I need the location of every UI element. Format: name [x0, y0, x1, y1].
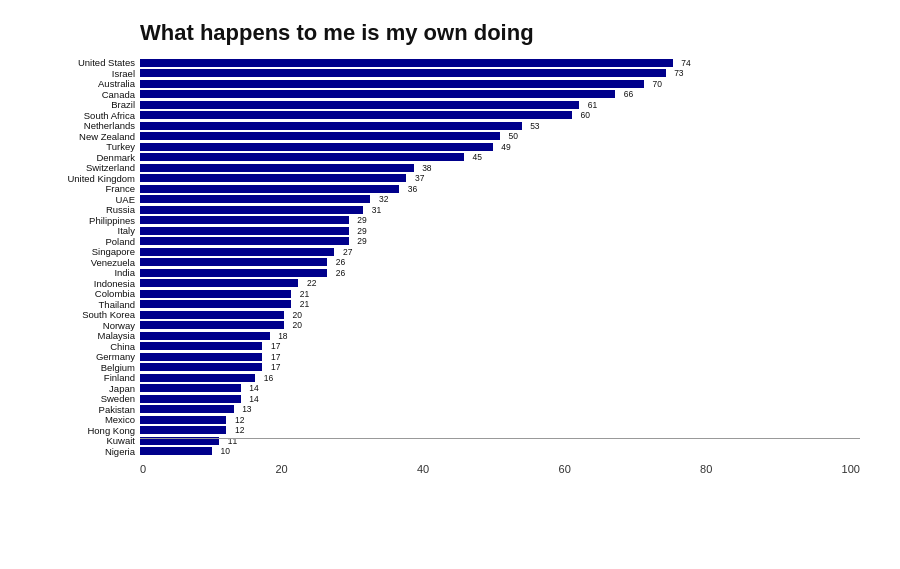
bar-value: 70	[653, 79, 662, 89]
bar: 31	[140, 206, 363, 214]
bar-value: 50	[509, 131, 518, 141]
bar-value: 17	[271, 362, 280, 372]
country-label: Finland	[10, 372, 135, 383]
bar-row: Hong Kong12	[140, 426, 860, 435]
bar-row: Colombia21	[140, 289, 860, 298]
country-label: Belgium	[10, 362, 135, 373]
country-label: France	[10, 183, 135, 194]
bar-row: Finland16	[140, 373, 860, 382]
country-label: United Kingdom	[10, 173, 135, 184]
country-label: UAE	[10, 194, 135, 205]
bar-value: 22	[307, 278, 316, 288]
bar: 17	[140, 342, 262, 350]
bar-value: 20	[293, 310, 302, 320]
bar-row: Russia31	[140, 205, 860, 214]
bar-row: Belgium17	[140, 363, 860, 372]
bar-value: 21	[300, 289, 309, 299]
bar-row: South Korea20	[140, 310, 860, 319]
bar: 17	[140, 353, 262, 361]
bar-value: 13	[242, 404, 251, 414]
chart-body: United States74Israel73Australia70Canada…	[10, 58, 880, 475]
country-label: Israel	[10, 68, 135, 79]
bar-value: 11	[228, 436, 237, 446]
bar-row: Malaysia18	[140, 331, 860, 340]
bar-value: 27	[343, 247, 352, 257]
bar-value: 26	[336, 268, 345, 278]
bar: 29	[140, 237, 349, 245]
bar: 26	[140, 269, 327, 277]
bar-value: 21	[300, 299, 309, 309]
country-label: Canada	[10, 89, 135, 100]
bar-row: China17	[140, 342, 860, 351]
bar-value: 74	[681, 58, 690, 68]
bar-value: 26	[336, 257, 345, 267]
country-label: Pakistan	[10, 404, 135, 415]
bar: 12	[140, 416, 226, 424]
country-label: Norway	[10, 320, 135, 331]
country-label: Nigeria	[10, 446, 135, 457]
bar-row: Singapore27	[140, 247, 860, 256]
country-label: Switzerland	[10, 162, 135, 173]
bar-row: Denmark45	[140, 153, 860, 162]
country-label: Denmark	[10, 152, 135, 163]
bar-row: Turkey49	[140, 142, 860, 151]
bar: 74	[140, 59, 673, 67]
bar: 70	[140, 80, 644, 88]
country-label: New Zealand	[10, 131, 135, 142]
bar-value: 20	[293, 320, 302, 330]
bar-row: Israel73	[140, 69, 860, 78]
country-label: Japan	[10, 383, 135, 394]
x-tick: 20	[275, 463, 287, 475]
bar-row: Mexico12	[140, 415, 860, 424]
bar: 27	[140, 248, 334, 256]
chart-container: What happens to me is my own doing Unite…	[0, 0, 900, 569]
bar-value: 61	[588, 100, 597, 110]
bar: 37	[140, 174, 406, 182]
country-label: Russia	[10, 204, 135, 215]
country-label: South Korea	[10, 309, 135, 320]
country-label: Philippines	[10, 215, 135, 226]
bar-value: 49	[501, 142, 510, 152]
bar-value: 18	[278, 331, 287, 341]
bar-value: 14	[249, 383, 258, 393]
country-label: South Africa	[10, 110, 135, 121]
country-label: Brazil	[10, 99, 135, 110]
country-label: Turkey	[10, 141, 135, 152]
bar-row: Germany17	[140, 352, 860, 361]
bar-row: Sweden14	[140, 394, 860, 403]
bar-value: 31	[372, 205, 381, 215]
country-label: Malaysia	[10, 330, 135, 341]
country-label: Thailand	[10, 299, 135, 310]
bar-value: 14	[249, 394, 258, 404]
bar-value: 17	[271, 352, 280, 362]
bar-row: Poland29	[140, 237, 860, 246]
x-tick: 100	[842, 463, 860, 475]
bar-value: 37	[415, 173, 424, 183]
country-label: Poland	[10, 236, 135, 247]
bar: 20	[140, 311, 284, 319]
country-label: Sweden	[10, 393, 135, 404]
bar: 60	[140, 111, 572, 119]
bar-row: Philippines29	[140, 216, 860, 225]
bar: 10	[140, 447, 212, 455]
x-tick: 60	[559, 463, 571, 475]
bar-value: 66	[624, 89, 633, 99]
bar-row: India26	[140, 268, 860, 277]
bar-value: 12	[235, 425, 244, 435]
bar-row: France36	[140, 184, 860, 193]
bar-value: 38	[422, 163, 431, 173]
bar-row: Canada66	[140, 90, 860, 99]
bar-row: United States74	[140, 58, 860, 67]
bar-row: United Kingdom37	[140, 174, 860, 183]
x-tick: 40	[417, 463, 429, 475]
bar-value: 17	[271, 341, 280, 351]
bar-row: South Africa60	[140, 111, 860, 120]
bar: 29	[140, 216, 349, 224]
bar-value: 29	[357, 226, 366, 236]
country-label: United States	[10, 57, 135, 68]
chart-title: What happens to me is my own doing	[140, 20, 880, 46]
country-label: Australia	[10, 78, 135, 89]
bar-row: Pakistan13	[140, 405, 860, 414]
bar-row: Thailand21	[140, 300, 860, 309]
bar-value: 16	[264, 373, 273, 383]
